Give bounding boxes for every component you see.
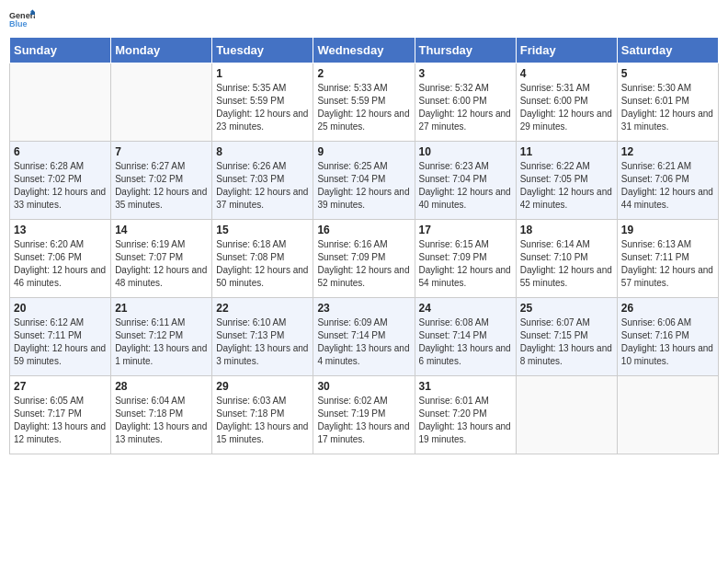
- logo-icon: General Blue: [9, 9, 35, 29]
- day-info: Sunrise: 6:28 AM Sunset: 7:02 PM Dayligh…: [14, 160, 107, 212]
- day-number: 9: [317, 145, 410, 158]
- day-number: 16: [317, 224, 410, 236]
- day-info: Sunrise: 6:04 AM Sunset: 7:18 PM Dayligh…: [115, 395, 208, 446]
- day-number: 2: [317, 67, 410, 80]
- day-info: Sunrise: 6:03 AM Sunset: 7:18 PM Dayligh…: [216, 395, 309, 446]
- day-info: Sunrise: 6:18 AM Sunset: 7:08 PM Dayligh…: [216, 238, 309, 290]
- day-info: Sunrise: 5:32 AM Sunset: 6:00 PM Dayligh…: [419, 82, 512, 133]
- calendar-cell: 25Sunrise: 6:07 AM Sunset: 7:15 PM Dayli…: [516, 298, 617, 376]
- calendar-header-row: SundayMondayTuesdayWednesdayThursdayFrid…: [10, 38, 719, 63]
- day-info: Sunrise: 5:33 AM Sunset: 5:59 PM Dayligh…: [317, 82, 410, 133]
- calendar-cell: 10Sunrise: 6:23 AM Sunset: 7:04 PM Dayli…: [415, 142, 516, 220]
- header-saturday: Saturday: [617, 38, 718, 63]
- day-number: 4: [520, 67, 613, 80]
- day-number: 23: [317, 302, 410, 315]
- calendar-week-1: 1Sunrise: 5:35 AM Sunset: 5:59 PM Daylig…: [10, 63, 719, 142]
- day-info: Sunrise: 6:15 AM Sunset: 7:09 PM Dayligh…: [419, 238, 512, 290]
- day-info: Sunrise: 6:01 AM Sunset: 7:20 PM Dayligh…: [419, 395, 512, 446]
- day-info: Sunrise: 5:31 AM Sunset: 6:00 PM Dayligh…: [520, 82, 613, 133]
- calendar-cell: 27Sunrise: 6:05 AM Sunset: 7:17 PM Dayli…: [10, 376, 111, 454]
- day-info: Sunrise: 6:06 AM Sunset: 7:16 PM Dayligh…: [621, 316, 714, 368]
- day-info: Sunrise: 6:12 AM Sunset: 7:11 PM Dayligh…: [14, 316, 107, 368]
- calendar-cell: 28Sunrise: 6:04 AM Sunset: 7:18 PM Dayli…: [111, 376, 212, 454]
- calendar-cell: [10, 63, 111, 142]
- calendar-cell: 29Sunrise: 6:03 AM Sunset: 7:18 PM Dayli…: [212, 376, 313, 454]
- day-number: 1: [216, 67, 309, 80]
- day-info: Sunrise: 6:23 AM Sunset: 7:04 PM Dayligh…: [419, 160, 512, 212]
- calendar-cell: 24Sunrise: 6:08 AM Sunset: 7:14 PM Dayli…: [415, 298, 516, 376]
- day-number: 7: [115, 145, 208, 158]
- calendar-cell: 14Sunrise: 6:19 AM Sunset: 7:07 PM Dayli…: [111, 220, 212, 298]
- calendar-cell: [617, 376, 718, 454]
- day-number: 25: [520, 302, 613, 315]
- calendar-week-5: 27Sunrise: 6:05 AM Sunset: 7:17 PM Dayli…: [10, 376, 719, 454]
- calendar-cell: 3Sunrise: 5:32 AM Sunset: 6:00 PM Daylig…: [415, 63, 516, 142]
- day-number: 18: [520, 224, 613, 236]
- svg-text:Blue: Blue: [9, 19, 28, 29]
- day-info: Sunrise: 6:22 AM Sunset: 7:05 PM Dayligh…: [520, 160, 613, 212]
- day-number: 20: [14, 302, 107, 315]
- calendar-cell: 17Sunrise: 6:15 AM Sunset: 7:09 PM Dayli…: [415, 220, 516, 298]
- calendar-cell: 31Sunrise: 6:01 AM Sunset: 7:20 PM Dayli…: [415, 376, 516, 454]
- day-number: 5: [621, 67, 714, 80]
- calendar-cell: 1Sunrise: 5:35 AM Sunset: 5:59 PM Daylig…: [212, 63, 313, 142]
- day-info: Sunrise: 6:14 AM Sunset: 7:10 PM Dayligh…: [520, 238, 613, 290]
- calendar-week-3: 13Sunrise: 6:20 AM Sunset: 7:06 PM Dayli…: [10, 220, 719, 298]
- day-number: 27: [14, 380, 107, 393]
- calendar-cell: 5Sunrise: 5:30 AM Sunset: 6:01 PM Daylig…: [617, 63, 718, 142]
- calendar-cell: 30Sunrise: 6:02 AM Sunset: 7:19 PM Dayli…: [313, 376, 415, 454]
- calendar-cell: 20Sunrise: 6:12 AM Sunset: 7:11 PM Dayli…: [10, 298, 111, 376]
- day-number: 15: [216, 224, 309, 236]
- day-info: Sunrise: 6:27 AM Sunset: 7:02 PM Dayligh…: [115, 160, 208, 212]
- calendar-cell: [516, 376, 617, 454]
- day-number: 10: [419, 145, 512, 158]
- day-info: Sunrise: 6:25 AM Sunset: 7:04 PM Dayligh…: [317, 160, 410, 212]
- day-info: Sunrise: 6:02 AM Sunset: 7:19 PM Dayligh…: [317, 395, 410, 446]
- day-number: 31: [419, 380, 512, 393]
- day-number: 28: [115, 380, 208, 393]
- header-wednesday: Wednesday: [313, 38, 415, 63]
- day-info: Sunrise: 5:30 AM Sunset: 6:01 PM Dayligh…: [621, 82, 714, 133]
- day-info: Sunrise: 6:19 AM Sunset: 7:07 PM Dayligh…: [115, 238, 208, 290]
- calendar-cell: 7Sunrise: 6:27 AM Sunset: 7:02 PM Daylig…: [111, 142, 212, 220]
- day-number: 14: [115, 224, 208, 236]
- calendar-cell: 26Sunrise: 6:06 AM Sunset: 7:16 PM Dayli…: [617, 298, 718, 376]
- day-info: Sunrise: 6:21 AM Sunset: 7:06 PM Dayligh…: [621, 160, 714, 212]
- day-number: 6: [14, 145, 107, 158]
- day-number: 11: [520, 145, 613, 158]
- calendar-cell: 21Sunrise: 6:11 AM Sunset: 7:12 PM Dayli…: [111, 298, 212, 376]
- day-info: Sunrise: 6:05 AM Sunset: 7:17 PM Dayligh…: [14, 395, 107, 446]
- day-info: Sunrise: 5:35 AM Sunset: 5:59 PM Dayligh…: [216, 82, 309, 133]
- day-info: Sunrise: 6:13 AM Sunset: 7:11 PM Dayligh…: [621, 238, 714, 290]
- calendar-cell: 2Sunrise: 5:33 AM Sunset: 5:59 PM Daylig…: [313, 63, 415, 142]
- day-number: 13: [14, 224, 107, 236]
- day-number: 26: [621, 302, 714, 315]
- day-info: Sunrise: 6:11 AM Sunset: 7:12 PM Dayligh…: [115, 316, 208, 368]
- calendar-cell: 11Sunrise: 6:22 AM Sunset: 7:05 PM Dayli…: [516, 142, 617, 220]
- calendar-cell: 4Sunrise: 5:31 AM Sunset: 6:00 PM Daylig…: [516, 63, 617, 142]
- header-thursday: Thursday: [415, 38, 516, 63]
- calendar-week-2: 6Sunrise: 6:28 AM Sunset: 7:02 PM Daylig…: [10, 142, 719, 220]
- calendar-cell: [111, 63, 212, 142]
- day-number: 22: [216, 302, 309, 315]
- header-sunday: Sunday: [10, 38, 111, 63]
- calendar-cell: 15Sunrise: 6:18 AM Sunset: 7:08 PM Dayli…: [212, 220, 313, 298]
- calendar-table: SundayMondayTuesdayWednesdayThursdayFrid…: [9, 37, 719, 454]
- day-number: 3: [419, 67, 512, 80]
- day-info: Sunrise: 6:20 AM Sunset: 7:06 PM Dayligh…: [14, 238, 107, 290]
- header-monday: Monday: [111, 38, 212, 63]
- calendar-cell: 13Sunrise: 6:20 AM Sunset: 7:06 PM Dayli…: [10, 220, 111, 298]
- day-number: 21: [115, 302, 208, 315]
- calendar-cell: 8Sunrise: 6:26 AM Sunset: 7:03 PM Daylig…: [212, 142, 313, 220]
- day-number: 8: [216, 145, 309, 158]
- day-info: Sunrise: 6:16 AM Sunset: 7:09 PM Dayligh…: [317, 238, 410, 290]
- calendar-cell: 6Sunrise: 6:28 AM Sunset: 7:02 PM Daylig…: [10, 142, 111, 220]
- calendar-cell: 9Sunrise: 6:25 AM Sunset: 7:04 PM Daylig…: [313, 142, 415, 220]
- calendar-cell: 12Sunrise: 6:21 AM Sunset: 7:06 PM Dayli…: [617, 142, 718, 220]
- header-friday: Friday: [516, 38, 617, 63]
- day-info: Sunrise: 6:08 AM Sunset: 7:14 PM Dayligh…: [419, 316, 512, 368]
- day-number: 29: [216, 380, 309, 393]
- calendar-week-4: 20Sunrise: 6:12 AM Sunset: 7:11 PM Dayli…: [10, 298, 719, 376]
- calendar-cell: 23Sunrise: 6:09 AM Sunset: 7:14 PM Dayli…: [313, 298, 415, 376]
- day-info: Sunrise: 6:10 AM Sunset: 7:13 PM Dayligh…: [216, 316, 309, 368]
